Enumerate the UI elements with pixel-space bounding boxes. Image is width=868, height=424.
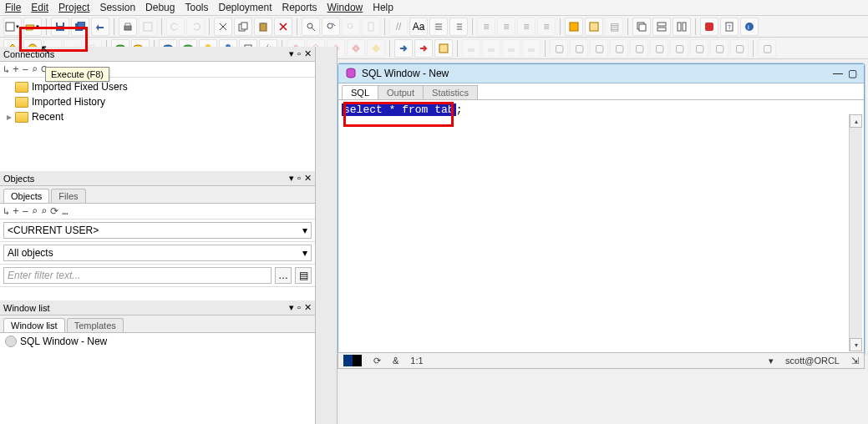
svg-rect-24 [678, 23, 681, 31]
oracle-home-button[interactable] [700, 18, 718, 36]
find-replace-button[interactable] [322, 18, 340, 36]
remove-icon[interactable]: − [22, 205, 28, 217]
combo-marker-icon[interactable]: ▾ [769, 356, 774, 366]
tree-item-label: Imported History [32, 96, 105, 108]
delete-button[interactable] [274, 18, 292, 36]
test-window-button[interactable] [585, 18, 603, 36]
window-tile-v-button[interactable] [673, 18, 691, 36]
menu-window[interactable]: Window [327, 2, 363, 13]
pin-status-icon[interactable]: ⇲ [851, 356, 859, 366]
add-icon[interactable]: + [13, 205, 18, 217]
close-panel-icon[interactable]: ✕ [304, 173, 312, 184]
menu-file[interactable]: File [5, 2, 21, 13]
files-tab[interactable]: Files [51, 189, 85, 203]
database-icon [5, 336, 17, 347]
menu-help[interactable]: Help [373, 2, 393, 13]
folder-icon [15, 82, 28, 93]
folder-icon [15, 97, 28, 108]
cut-button[interactable] [214, 18, 232, 36]
dropdown-icon[interactable]: ▾ [289, 302, 294, 313]
save-button[interactable] [51, 18, 69, 36]
winlist-item[interactable]: SQL Window - New [0, 333, 315, 350]
menu-session[interactable]: Session [99, 2, 135, 13]
remove-icon[interactable]: − [22, 63, 28, 75]
folder-icon [15, 112, 28, 123]
dropdown-icon[interactable]: ▾ [289, 173, 294, 184]
objects-tab[interactable]: Objects [3, 189, 49, 203]
user-combo[interactable]: <CURRENT USER> ▾ [3, 222, 312, 239]
svg-rect-8 [144, 23, 152, 31]
svg-rect-18 [570, 23, 578, 31]
menu-edit[interactable]: Edit [31, 2, 48, 13]
report-button[interactable]: T [720, 18, 739, 36]
pin-icon[interactable]: ▫ [297, 48, 301, 59]
undo-button[interactable] [91, 18, 109, 36]
window-cascade-button[interactable] [632, 18, 651, 36]
filter-input[interactable]: Enter filter text... [3, 267, 272, 284]
menu-deployment[interactable]: Deployment [218, 2, 272, 13]
refresh-status-icon[interactable]: ⟳ [373, 356, 381, 366]
svg-rect-3 [58, 23, 63, 26]
window-tile-h-button[interactable] [652, 18, 671, 36]
sql-window: SQL Window - New — ▢ SQL Output Statisti… [338, 63, 865, 354]
scroll-up-icon[interactable]: ▴ [850, 114, 862, 128]
statistics-tab[interactable]: Statistics [423, 85, 478, 99]
svg-rect-25 [683, 23, 686, 31]
copy-button[interactable] [234, 18, 252, 36]
print-preview-button [139, 18, 157, 36]
indent-button[interactable] [429, 18, 448, 36]
help-button[interactable]: i [740, 18, 759, 36]
find2-icon[interactable]: ⌕ [41, 205, 47, 217]
winlist-tab[interactable]: Window list [3, 318, 65, 332]
undo-edit-button [166, 18, 185, 36]
toolbar-1: ▼ ▼ // Aa ≡ ≡ ≡ ≡ ▤ T i [0, 16, 868, 38]
expand-all-icon[interactable]: ↳ [3, 63, 9, 75]
menu-debug[interactable]: Debug [145, 2, 175, 13]
menu-reports[interactable]: Reports [282, 2, 317, 13]
templates-tab[interactable]: Templates [67, 318, 124, 332]
tree-item[interactable]: Imported History [3, 94, 312, 109]
refresh-icon[interactable]: ⟳ [50, 205, 58, 217]
find-icon[interactable]: ⌕ [32, 205, 38, 217]
open-dropdown-button[interactable]: ▼ [23, 18, 42, 36]
uppercase-button[interactable]: Aa [409, 18, 428, 36]
maximize-icon[interactable]: ▢ [848, 68, 857, 79]
expand-all-icon[interactable]: ↳ [3, 205, 9, 217]
output-tab[interactable]: Output [378, 85, 424, 99]
close-panel-icon[interactable]: ✕ [304, 48, 312, 59]
paste-button[interactable] [254, 18, 272, 36]
find-icon[interactable]: ⌕ [32, 63, 38, 75]
svg-rect-5 [78, 22, 85, 29]
svg-rect-6 [124, 26, 131, 30]
svg-rect-23 [657, 28, 666, 31]
minimize-icon[interactable]: — [833, 68, 843, 79]
tree-item[interactable]: ▸ Recent [3, 109, 312, 124]
expand-icon[interactable]: ▸ [7, 111, 12, 123]
program-window-button[interactable] [565, 18, 583, 36]
new-dropdown-button[interactable]: ▼ [3, 18, 22, 36]
menu-tools[interactable]: Tools [185, 2, 208, 13]
scroll-down-icon[interactable]: ▾ [850, 338, 862, 351]
menu-project[interactable]: Project [58, 2, 89, 13]
combo-value: <CURRENT USER> [8, 225, 99, 236]
sql-tab[interactable]: SQL [342, 85, 378, 99]
editor-text: ; [456, 103, 463, 116]
explain-plan-button: ▤ [605, 18, 623, 36]
add-icon[interactable]: + [13, 63, 18, 75]
close-panel-icon[interactable]: ✕ [304, 302, 312, 313]
filter-more-button[interactable]: … [275, 267, 292, 284]
outdent-button[interactable] [449, 18, 468, 36]
print-button[interactable] [119, 18, 137, 36]
save-all-button[interactable] [71, 18, 89, 36]
find-button[interactable] [302, 18, 320, 36]
svg-rect-7 [125, 23, 130, 26]
filter-clear-button[interactable]: ▤ [295, 267, 312, 284]
dropdown-icon[interactable]: ▾ [289, 48, 294, 59]
object-type-combo[interactable]: All objects ▾ [3, 245, 312, 261]
more-icon[interactable]: … [62, 205, 68, 217]
pin-icon[interactable]: ▫ [297, 302, 301, 313]
pin-icon[interactable]: ▫ [297, 173, 301, 184]
vertical-scrollbar[interactable]: ▴ ▾ [849, 114, 862, 351]
sql-editor[interactable]: select * from tab; [338, 100, 864, 119]
splitter[interactable] [316, 47, 338, 424]
